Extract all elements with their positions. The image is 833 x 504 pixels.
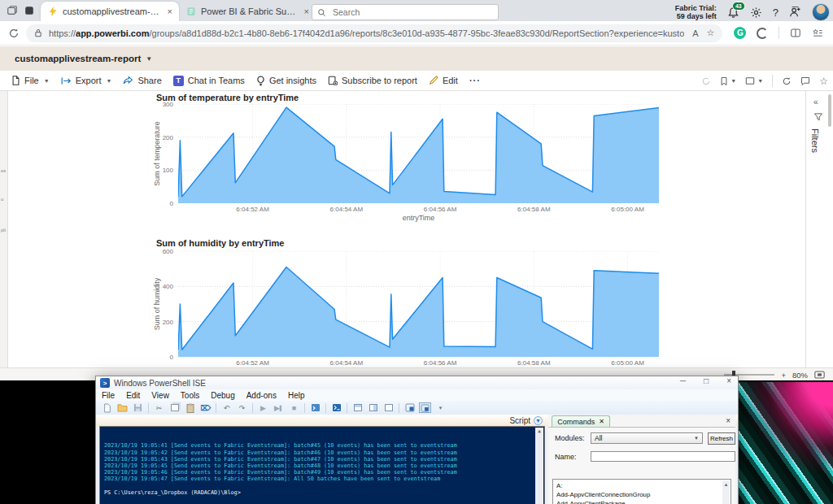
open-script-icon[interactable] <box>116 402 129 413</box>
zoom-percent[interactable]: 80% <box>792 371 808 380</box>
command-list-item[interactable]: A: <box>556 481 721 490</box>
save-icon[interactable] <box>132 402 144 413</box>
report-name-chevron-icon[interactable]: ▼ <box>146 55 152 63</box>
user-avatar[interactable] <box>812 3 830 21</box>
new-powershell-tab-icon[interactable] <box>403 402 416 413</box>
reset-view-icon[interactable] <box>701 76 711 86</box>
get-insights-button[interactable]: Get insights <box>256 76 316 86</box>
toolbar-overflow-icon[interactable]: ▾ <box>434 402 447 413</box>
y-axis-tick: 200 <box>146 134 173 141</box>
layout-script-top-icon[interactable] <box>351 402 364 413</box>
read-aloud-icon[interactable]: A <box>692 28 698 38</box>
command-list-item[interactable]: Add-AppvClientPackage <box>556 499 721 504</box>
help-icon[interactable]: ? <box>773 7 778 19</box>
bookmarks-icon[interactable]: ▼ <box>720 76 736 86</box>
new-remote-tab-icon[interactable] <box>309 402 321 413</box>
lock-icon[interactable] <box>34 28 42 37</box>
split-screen-icon[interactable] <box>790 28 801 38</box>
area-chart-plot[interactable] <box>178 104 659 203</box>
workspaces-icon[interactable] <box>24 5 37 18</box>
browser-tab-active[interactable]: customapplivestream-report - Sy × <box>41 2 179 21</box>
chat-in-teams-button[interactable]: T Chat in Teams <box>173 76 245 86</box>
x-axis-tick: 6:04:54 AM <box>318 359 375 367</box>
run-script-icon[interactable]: ▶ <box>257 402 269 413</box>
tab-close-icon[interactable]: × <box>168 7 172 16</box>
search-box[interactable] <box>312 4 499 20</box>
clear-pane-icon[interactable]: ⌦ <box>199 402 212 413</box>
refresh-icon[interactable] <box>8 28 20 39</box>
settings-gear-icon[interactable] <box>750 7 762 19</box>
view-icon[interactable]: ▼ <box>745 76 763 85</box>
paste-icon[interactable] <box>184 402 196 413</box>
toolbar-more-icon[interactable]: ··· <box>469 76 481 85</box>
commands-list[interactable]: A:Add-AppvClientConnectionGroupAdd-AppvC… <box>552 479 731 504</box>
cut-icon[interactable]: ✂ <box>153 402 165 413</box>
stop-icon[interactable]: ■ <box>288 402 300 413</box>
favorite-report-icon[interactable]: ☆ <box>819 76 828 87</box>
ise-menu-debug[interactable]: Debug <box>205 391 240 400</box>
refresh-button[interactable]: Refresh <box>708 432 735 445</box>
start-powershell-icon[interactable] <box>330 402 342 413</box>
ise-menu-view[interactable]: View <box>146 391 175 400</box>
tab-close-icon[interactable]: × <box>304 7 309 16</box>
address-bar[interactable]: https://app.powerbi.com/groups/a8d1d88d-… <box>26 24 722 42</box>
ise-title-bar[interactable]: > Windows PowerShell ISE ─ □ × <box>96 376 738 389</box>
ise-minimize-button[interactable]: ─ <box>680 376 686 385</box>
clipped-pane-text: pli <box>1 228 6 232</box>
ise-close-button[interactable]: × <box>726 376 731 385</box>
export-menu[interactable]: Export▼ <box>61 76 112 85</box>
ise-menu-file[interactable]: File <box>96 391 120 400</box>
ise-menu-help[interactable]: Help <box>282 391 311 400</box>
tab-title: Power BI & Fabric Summit 2024: <box>201 7 298 16</box>
ise-maximize-button[interactable]: □ <box>704 376 709 385</box>
filters-pane-collapsed[interactable]: « Filters <box>805 91 833 367</box>
modules-dropdown[interactable]: All▼ <box>591 432 703 444</box>
ise-window-title: Windows PowerShell ISE <box>114 379 206 388</box>
ise-menu-edit[interactable]: Edit <box>120 391 146 400</box>
filter-funnel-icon <box>813 112 823 122</box>
file-menu[interactable]: File▼ <box>11 76 50 85</box>
console-prompt[interactable]: PS C:\Users\reza_\Dropbox (RADACAD)\Blog… <box>104 489 533 496</box>
browser-tab-inactive[interactable]: Power BI & Fabric Summit 2024: × <box>179 2 316 21</box>
ise-toolbar: ✂ ⌦ ↶ ↷ ▶ ▶▌ ■ ▾ <box>96 401 738 415</box>
redo-icon[interactable]: ↷ <box>236 402 248 413</box>
commands-pane-close-icon[interactable]: × <box>726 416 731 425</box>
favorites-bar-icon[interactable] <box>812 28 823 38</box>
area-chart-plot[interactable] <box>178 251 659 357</box>
extension-icon[interactable] <box>757 28 768 39</box>
grammarly-extension-icon[interactable]: G <box>734 27 746 39</box>
copy-icon[interactable] <box>168 402 181 413</box>
new-script-icon[interactable] <box>101 402 113 413</box>
run-selection-icon[interactable]: ▶▌ <box>273 402 285 413</box>
console-log-line: 2023/10/19 19:05:41 [Send events to Fabr… <box>104 442 533 449</box>
layout-console-only-icon[interactable] <box>382 402 395 413</box>
edit-button[interactable]: Edit <box>429 76 458 85</box>
name-input[interactable] <box>591 451 735 462</box>
feedback-icon[interactable] <box>789 7 801 19</box>
script-expand-icon[interactable]: ▼ <box>534 416 543 425</box>
ise-console-pane[interactable]: 2023/10/19 19:05:41 [Send events to Fabr… <box>99 426 545 504</box>
ise-menu-tools[interactable]: Tools <box>175 391 205 400</box>
show-script-pane-icon[interactable] <box>419 402 431 413</box>
command-list-item[interactable]: Add-AppvClientConnectionGroup <box>556 490 721 499</box>
favorite-star-icon[interactable]: ☆ <box>707 28 715 38</box>
undo-icon[interactable]: ↶ <box>220 402 233 413</box>
expand-filters-icon[interactable]: « <box>813 98 818 106</box>
layout-script-right-icon[interactable] <box>367 402 379 413</box>
console-scrollbar[interactable]: ▲ <box>535 428 543 504</box>
ise-menu-add-ons[interactable]: Add-ons <box>241 391 282 400</box>
commands-tab-close-icon[interactable]: ✕ <box>599 418 604 425</box>
comments-icon[interactable] <box>800 76 810 86</box>
fit-to-page-icon[interactable] <box>814 371 825 379</box>
notifications-bell-icon[interactable]: 43 <box>727 7 739 19</box>
share-button[interactable]: Share <box>123 76 161 85</box>
zoom-in-icon[interactable]: + <box>781 371 786 380</box>
search-input[interactable] <box>331 7 493 18</box>
report-name[interactable]: customapplivestream-report <box>15 54 141 63</box>
refresh-visuals-icon[interactable] <box>782 76 792 86</box>
tab-actions-icon[interactable] <box>7 5 20 18</box>
canvas-scrollbar[interactable] <box>828 94 831 127</box>
subscribe-button[interactable]: Subscribe to report <box>328 76 417 85</box>
commands-tab[interactable]: Commands ✕ <box>552 415 610 427</box>
commands-list-scrollbar[interactable]: ▲ <box>722 480 730 504</box>
